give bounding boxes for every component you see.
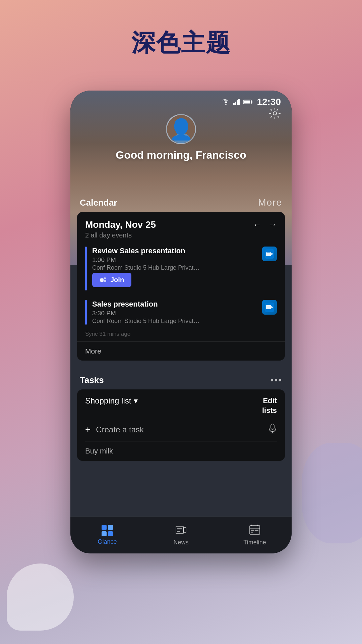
event-time-2: 3:30 PM <box>92 310 262 317</box>
glance-sq-3 <box>102 531 107 536</box>
buy-milk-row: Buy milk <box>77 441 285 461</box>
svg-point-10 <box>177 119 187 130</box>
svg-point-9 <box>167 114 195 144</box>
calendar-label: Calendar <box>80 198 117 208</box>
glance-label: Glance <box>98 538 117 545</box>
tasks-section-header: Tasks ••• <box>70 369 292 389</box>
tab-news[interactable]: News <box>144 524 218 546</box>
svg-rect-6 <box>251 101 252 103</box>
tasks-section: Tasks ••• Shopping list ▾ Editlists + Cr… <box>70 369 292 461</box>
svg-rect-2 <box>235 102 236 105</box>
event-location-2: Conf Room Studio 5 Hub Large Privat… <box>92 318 262 325</box>
news-icon <box>175 524 187 537</box>
wifi-icon <box>222 99 230 105</box>
shopping-list-selector[interactable]: Shopping list ▾ <box>85 396 138 406</box>
battery-icon <box>243 99 253 105</box>
bottom-nav: Glance News <box>70 517 292 553</box>
calendar-date: Monday, Nov 25 <box>85 219 156 230</box>
buy-milk-task: Buy milk <box>85 447 113 455</box>
timeline-label: Timeline <box>243 539 266 546</box>
event-stripe-2 <box>85 300 87 325</box>
join-label: Join <box>110 276 124 284</box>
event-title-2: Sales presentation <box>92 300 262 309</box>
event-time-1: 1:00 PM <box>92 256 262 264</box>
create-task-row: + Create a task <box>77 418 285 441</box>
svg-rect-14 <box>104 280 106 282</box>
page-title: 深色主题 <box>131 27 231 59</box>
join-button[interactable]: Join <box>92 273 131 287</box>
glance-sq-2 <box>108 525 113 530</box>
svg-rect-30 <box>251 530 254 531</box>
tasks-more-button[interactable]: ••• <box>270 375 282 385</box>
glance-sq-1 <box>102 525 107 530</box>
svg-rect-12 <box>100 278 104 282</box>
event-info-2: Sales presentation 3:30 PM Conf Room Stu… <box>92 300 262 325</box>
svg-rect-7 <box>244 101 250 104</box>
svg-point-13 <box>104 277 106 279</box>
sync-text: Sync 31 mins ago <box>77 329 285 341</box>
phone-frame: 12:30 <box>70 91 292 553</box>
svg-rect-19 <box>266 305 271 309</box>
shopping-list-name: Shopping list <box>85 396 131 406</box>
greeting-text: Good morning, Francisco <box>116 149 246 161</box>
svg-rect-20 <box>271 424 274 429</box>
svg-rect-32 <box>251 532 253 533</box>
news-label: News <box>173 539 188 546</box>
tab-timeline[interactable]: Timeline <box>218 524 292 546</box>
calendar-all-day: 2 all day events <box>85 231 156 239</box>
add-task-icon: + <box>85 424 90 435</box>
glance-sq-4 <box>108 531 113 536</box>
tasks-label: Tasks <box>80 375 104 385</box>
tasks-card: Shopping list ▾ Editlists + Create a tas… <box>77 389 285 461</box>
calendar-nav-arrows: ← → <box>253 219 277 230</box>
calendar-date-block: Monday, Nov 25 2 all day events <box>85 219 156 239</box>
calendar-section-header: Calendar More <box>70 191 292 212</box>
tab-glance[interactable]: Glance <box>70 525 144 545</box>
event-location-1: Conf Room Studio 5 Hub Large Privat… <box>92 264 262 271</box>
svg-rect-31 <box>255 530 258 531</box>
svg-rect-24 <box>183 528 186 532</box>
outlook-icon-1 <box>262 247 277 261</box>
calendar-prev-arrow[interactable]: ← <box>253 219 261 230</box>
event-stripe-1 <box>85 247 87 290</box>
create-task-input[interactable]: Create a task <box>96 425 263 434</box>
decorative-blob-left <box>7 564 74 631</box>
tasks-top-row: Shopping list ▾ Editlists <box>77 389 285 418</box>
signal-icon <box>233 99 240 105</box>
svg-rect-1 <box>233 103 235 105</box>
calendar-next-arrow[interactable]: → <box>268 219 277 230</box>
status-bar: 12:30 <box>70 91 292 107</box>
calendar-more-link[interactable]: More <box>77 341 285 361</box>
calendar-more-button[interactable]: More <box>258 197 282 208</box>
event-info-1: Review Sales presentation 1:00 PM Conf R… <box>92 247 262 290</box>
status-icons <box>222 99 253 105</box>
svg-rect-17 <box>266 252 270 253</box>
settings-icon[interactable] <box>269 107 281 122</box>
outlook-icon-2 <box>262 300 277 315</box>
phone-header: Good morning, Francisco <box>70 107 292 161</box>
timeline-icon <box>249 524 260 537</box>
event-title-1: Review Sales presentation <box>92 247 262 255</box>
avatar-image <box>167 114 195 144</box>
calendar-card-header: Monday, Nov 25 2 all day events ← → <box>77 212 285 242</box>
decorative-blob-right <box>302 443 362 543</box>
svg-point-11 <box>174 133 190 144</box>
edit-lists-button[interactable]: Editlists <box>262 396 277 415</box>
avatar[interactable] <box>166 114 196 144</box>
calendar-card: Monday, Nov 25 2 all day events ← → Revi… <box>77 212 285 361</box>
svg-rect-3 <box>237 100 238 105</box>
svg-rect-4 <box>238 99 240 105</box>
event-item-1: Review Sales presentation 1:00 PM Conf R… <box>77 242 285 295</box>
dropdown-arrow-icon: ▾ <box>134 396 138 406</box>
phone-content: Calendar More Monday, Nov 25 2 all day e… <box>70 191 292 517</box>
microphone-icon[interactable] <box>268 423 277 436</box>
event-item-2: Sales presentation 3:30 PM Conf Room Stu… <box>77 295 285 329</box>
status-time: 12:30 <box>257 97 281 107</box>
glance-icon <box>102 525 113 536</box>
svg-point-8 <box>273 112 277 115</box>
